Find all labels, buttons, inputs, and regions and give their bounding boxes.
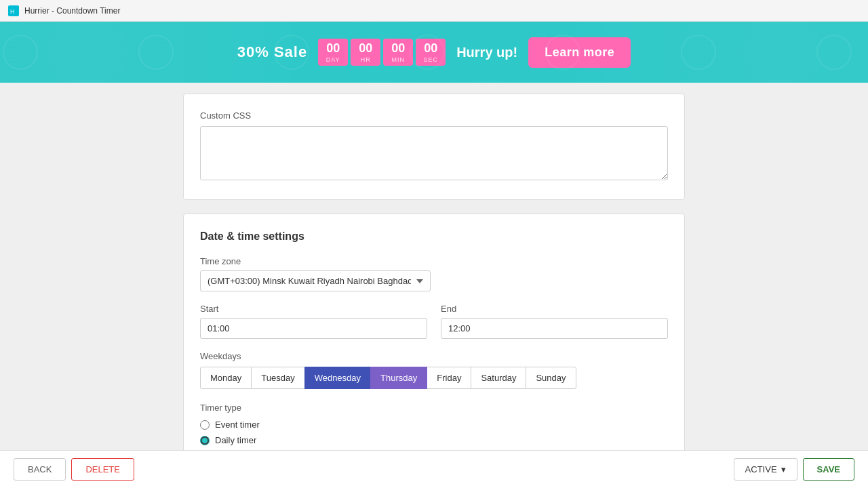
weekday-sunday[interactable]: Sunday xyxy=(526,367,576,389)
right-actions: ACTIVE ▾ SAVE xyxy=(734,458,854,481)
custom-css-label: Custom CSS xyxy=(200,110,668,121)
end-group: End xyxy=(441,304,668,339)
event-timer-radio[interactable] xyxy=(200,420,210,430)
event-timer-option[interactable]: Event timer xyxy=(200,420,668,430)
daily-timer-radio[interactable] xyxy=(200,436,210,445)
browser-title: Hurrier - Countdown Timer xyxy=(24,6,120,16)
active-dropdown-button[interactable]: ACTIVE ▾ xyxy=(734,458,797,481)
end-input[interactable] xyxy=(441,318,668,339)
app-favicon: H xyxy=(8,5,19,16)
weekdays-label: Weekdays xyxy=(200,351,668,361)
start-label: Start xyxy=(200,304,427,314)
svg-text:H: H xyxy=(10,8,15,14)
banner: 30% Sale 00 DAY 00 HR 00 MIN 00 SEC Hurr… xyxy=(0,22,868,83)
weekday-tuesday[interactable]: Tuesday xyxy=(251,367,304,389)
countdown-day: 00 DAY xyxy=(318,39,348,66)
weekdays-row: Monday Tuesday Wednesday Thursday Friday… xyxy=(200,367,668,389)
countdown-hr: 00 HR xyxy=(351,39,380,66)
custom-css-card: Custom CSS xyxy=(183,94,685,200)
left-actions: BACK DELETE xyxy=(14,458,134,481)
hurry-text: Hurry up! xyxy=(456,45,517,60)
start-end-row: Start End xyxy=(200,304,668,339)
custom-css-textarea[interactable] xyxy=(200,126,668,180)
daily-timer-label: Daily timer xyxy=(215,435,256,445)
timezone-select[interactable]: (GMT+03:00) Minsk Kuwait Riyadh Nairobi … xyxy=(200,270,431,291)
weekday-thursday[interactable]: Thursday xyxy=(370,367,427,389)
countdown-min: 00 MIN xyxy=(383,39,413,66)
back-button[interactable]: BACK xyxy=(14,458,66,481)
date-time-section-title: Date & time settings xyxy=(200,230,668,243)
event-timer-label: Event timer xyxy=(215,420,260,430)
start-group: Start xyxy=(200,304,427,339)
date-time-settings-card: Date & time settings Time zone (GMT+03:0… xyxy=(183,214,685,488)
main-content: Custom CSS Date & time settings Time zon… xyxy=(0,83,868,488)
sale-text: 30% Sale xyxy=(237,43,307,61)
bottom-bar: BACK DELETE ACTIVE ▾ SAVE xyxy=(0,450,868,488)
weekday-monday[interactable]: Monday xyxy=(200,367,252,389)
learn-more-button[interactable]: Learn more xyxy=(528,37,631,68)
weekday-friday[interactable]: Friday xyxy=(427,367,471,389)
delete-button[interactable]: DELETE xyxy=(71,458,134,481)
save-button[interactable]: SAVE xyxy=(803,458,854,481)
chevron-down-icon: ▾ xyxy=(781,464,786,474)
browser-bar: H Hurrier - Countdown Timer xyxy=(0,0,868,22)
timezone-group: Time zone (GMT+03:00) Minsk Kuwait Riyad… xyxy=(200,256,668,291)
timezone-label: Time zone xyxy=(200,256,668,266)
weekday-saturday[interactable]: Saturday xyxy=(471,367,526,389)
active-dropdown-label: ACTIVE xyxy=(745,464,777,474)
countdown-sec: 00 SEC xyxy=(416,39,446,66)
timer-type-label: Timer type xyxy=(200,403,668,413)
daily-timer-option[interactable]: Daily timer xyxy=(200,435,668,445)
start-input[interactable] xyxy=(200,318,427,339)
weekday-wednesday[interactable]: Wednesday xyxy=(304,367,371,389)
end-label: End xyxy=(441,304,668,314)
weekdays-group: Weekdays Monday Tuesday Wednesday Thursd… xyxy=(200,351,668,389)
countdown-boxes: 00 DAY 00 HR 00 MIN 00 SEC xyxy=(318,39,446,66)
